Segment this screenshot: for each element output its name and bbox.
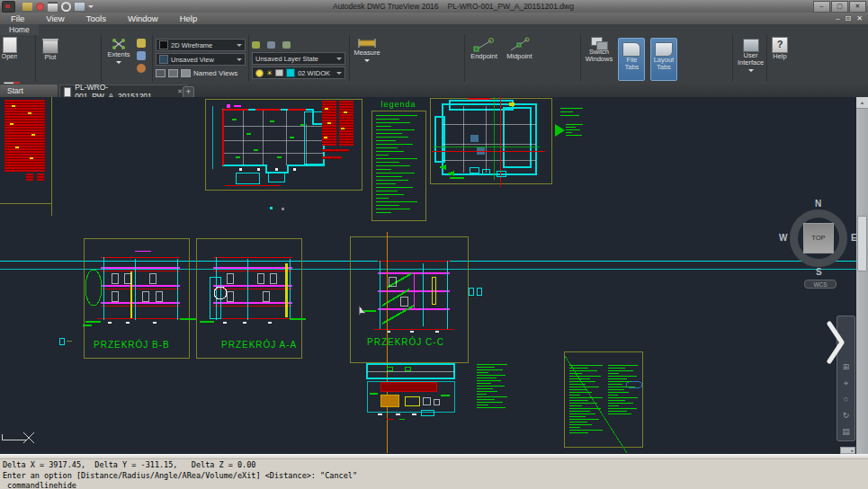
ribbon-panel-inquiry: Measure Region/Mass Properties List ⌖ Lo… <box>351 35 465 82</box>
command-window-grip[interactable] <box>0 455 868 459</box>
publish-icon[interactable] <box>75 3 85 11</box>
legend-title: legenda <box>371 100 425 109</box>
zoom-extents-icon <box>111 37 127 51</box>
ribbon-panel-plot: Plot Batch Plot Preview <box>37 35 102 82</box>
nav-steering-icon[interactable]: ▤ <box>842 428 850 436</box>
switch-windows-button[interactable]: Switch Windows <box>584 37 614 82</box>
mdi-close-button[interactable]: ✕ <box>856 13 863 24</box>
user-interface-button[interactable]: User Interface <box>736 37 765 82</box>
vertical-scrollbar[interactable]: ▲ <box>856 97 868 454</box>
nav-pan-icon[interactable]: ⌖ <box>844 379 848 387</box>
plan2-frame <box>430 98 551 183</box>
green-arrow-marker <box>555 124 565 137</box>
view-back-icon[interactable] <box>168 69 178 77</box>
panel-expand-chevron[interactable] <box>827 321 846 364</box>
maximize-button[interactable]: ▢ <box>831 1 848 13</box>
help-icon: ? <box>772 37 788 53</box>
print-preview-icon[interactable] <box>61 2 71 12</box>
orbit-icon[interactable] <box>137 64 146 73</box>
left-edge-markers <box>59 338 72 344</box>
ribbon-panel-navigate: Extents <box>103 35 153 82</box>
open-icon[interactable] <box>22 3 32 11</box>
visual-style-select[interactable]: 2D Wireframe <box>156 39 246 51</box>
layer-state-edit-icon[interactable] <box>282 41 291 49</box>
mdi-restore-button[interactable]: ⊡ <box>846 13 852 24</box>
nav-zoom-icon[interactable]: ○ <box>844 396 848 404</box>
viewcube-west[interactable]: W <box>779 233 787 243</box>
named-views-button[interactable]: Named Views <box>193 69 237 77</box>
drawing-canvas[interactable]: legenda PRZEKRÓJ B-B PRZEKRÓJ A-A PRZEKR… <box>0 97 868 454</box>
vertical-scrollbar-thumb[interactable] <box>857 216 867 271</box>
layer-state-select[interactable]: Unsaved Layer State <box>252 52 345 65</box>
layer-color-swatch <box>286 68 295 77</box>
section-aa-drawing <box>200 257 306 324</box>
tab-start[interactable]: Start <box>0 84 58 97</box>
help-button[interactable]: ? Help <box>770 37 790 82</box>
layer-select[interactable]: ☀ 02 WIDOK <box>252 67 345 79</box>
view-state-icon <box>159 55 168 64</box>
viewcube-north[interactable]: N <box>815 199 821 209</box>
viewcube-top-face[interactable]: TOP <box>803 223 834 253</box>
layer-on-icon <box>255 69 264 77</box>
plan1-frame <box>205 99 362 190</box>
viewport-icon[interactable] <box>156 69 166 77</box>
drawing-file-icon <box>64 87 71 97</box>
named-views-icon[interactable] <box>181 69 191 77</box>
section-bb-drawing <box>83 251 196 325</box>
stray-dot-cyan <box>270 207 273 209</box>
ribbon-panel-file: Open DWG Convert <box>0 35 36 82</box>
minimize-button[interactable]: – <box>813 1 830 13</box>
red-titleblock-column <box>4 100 45 172</box>
tab-document[interactable]: PL-WRO-001_PW_A_20151201 ✕ <box>59 84 187 98</box>
pan-hand-icon[interactable] <box>137 39 146 48</box>
command-history-line-2: Enter an option [Distance/Radius/Angle/A… <box>3 472 868 481</box>
cad-linework <box>0 97 868 454</box>
ribbon-tab-home[interactable]: Home <box>0 24 39 35</box>
horizontal-scrollbar-stub[interactable]: ▸ <box>840 447 855 454</box>
nav-orbit-icon[interactable]: ↻ <box>843 412 850 420</box>
layer-state-save-icon[interactable] <box>267 41 275 49</box>
menu-file[interactable]: File <box>0 13 35 23</box>
mdi-minimize-button[interactable]: – <box>836 13 839 24</box>
red-block-small-2 <box>37 173 44 181</box>
layout-tabs-toggle[interactable]: Layout Tabs <box>650 38 677 81</box>
menu-window[interactable]: Window <box>117 13 169 23</box>
elevation-drawing <box>367 364 454 419</box>
zoom-extents-button[interactable]: Extents <box>104 37 133 82</box>
midpoint-snap-button[interactable]: Midpoint <box>504 37 534 82</box>
view-state-select[interactable]: Unsaved View <box>156 53 246 66</box>
scroll-up-icon[interactable]: ▲ <box>856 97 868 109</box>
nav-fullnav-icon[interactable]: ⊞ <box>843 363 850 371</box>
print-icon[interactable] <box>48 2 58 12</box>
application-menu-button[interactable] <box>2 1 15 13</box>
viewcube-south[interactable]: S <box>816 267 822 277</box>
ribbon-panel-windows: Switch Windows File Tabs Layout Tabs Til… <box>582 35 733 82</box>
ribbon: Home Open DWG Convert Plot <box>0 24 868 84</box>
command-line-window[interactable]: Delta X = 3917.45, Delta Y = -311.15, De… <box>0 454 868 489</box>
plot-red-icon[interactable] <box>36 3 44 11</box>
red-note-column-2 <box>339 101 353 146</box>
file-tabs-toggle[interactable]: File Tabs <box>618 38 645 81</box>
open-button[interactable]: Open <box>2 37 17 82</box>
menu-view[interactable]: View <box>35 13 75 23</box>
quick-access-toolbar <box>22 2 94 12</box>
command-input-line[interactable]: _commandlinehide <box>3 482 868 489</box>
visual-style-icon <box>159 40 168 49</box>
red-block-small-1 <box>26 173 33 181</box>
plot-button[interactable]: Plot <box>39 37 62 82</box>
switch-windows-icon <box>591 37 607 49</box>
window-title: Autodesk DWG TrueView 2016PL-WRO-001_PW_… <box>94 2 813 11</box>
file-tabs-icon <box>622 42 640 57</box>
layer-state-new-icon[interactable] <box>252 41 260 49</box>
ribbon-panel-layers: Unsaved Layer State ☀ 02 WIDOK <box>250 35 350 82</box>
walk-icon[interactable] <box>137 51 146 60</box>
menu-tools[interactable]: Tools <box>76 13 117 23</box>
close-button[interactable]: ✕ <box>849 1 866 13</box>
endpoint-snap-button[interactable]: Endpoint <box>468 37 500 82</box>
application-window: Autodesk DWG TrueView 2016PL-WRO-001_PW_… <box>0 0 868 489</box>
viewcube-wcs-menu[interactable]: WCS <box>804 280 837 289</box>
ribbon-panel-views: 2D Wireframe Unsaved View Named Views <box>154 35 249 82</box>
measure-button[interactable]: Measure <box>353 37 381 82</box>
menu-help[interactable]: Help <box>169 13 209 23</box>
ribbon-panel-help: ? Help Desktop Analytics Customer Involv… <box>768 35 868 82</box>
